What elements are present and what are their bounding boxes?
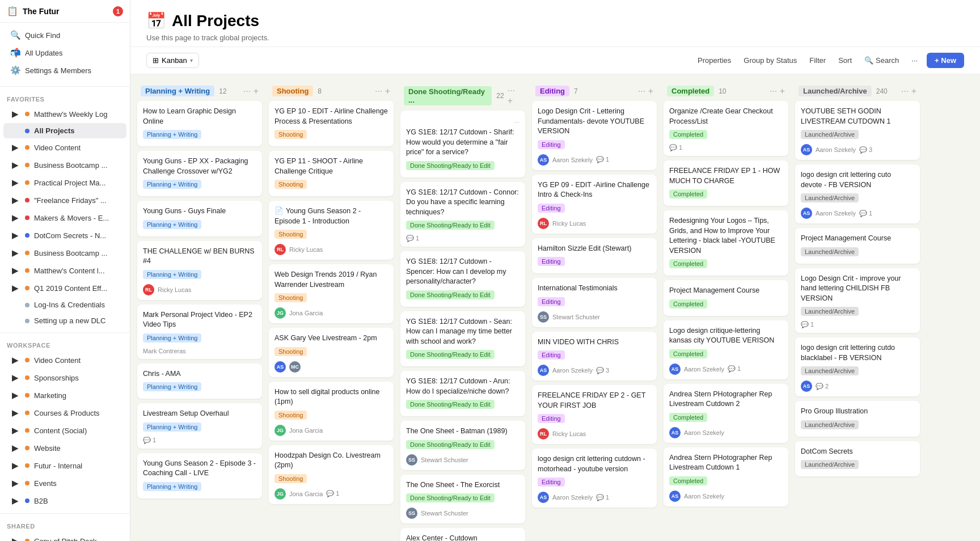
card-seth-godin[interactable]: YOUTUBE SETH GODIN LIVESTREAM CUTDOWN 1 … (795, 101, 920, 160)
card-meta: AS Aaron Szekely 💬 1 (801, 208, 914, 219)
dot-indicator (25, 411, 29, 415)
sidebar-item-all-projects[interactable]: All Projects (3, 123, 126, 138)
sidebar-item-q1[interactable]: ▶ Q1 2019 Content Eff... (3, 280, 126, 297)
card-project-mgmt[interactable]: Project Management Course Completed (664, 280, 788, 316)
column-actions-completed[interactable]: ··· + (770, 86, 785, 96)
group-by-button[interactable]: Group by Status (740, 54, 800, 67)
card-childish-fb[interactable]: Logo Design Crit - improve your hand let… (795, 268, 920, 333)
sidebar-item-weekly-log[interactable]: ▶ Matthew's Weekly Log (3, 105, 126, 122)
card-logo-devote-fb[interactable]: logo design crit lettering cuto devote -… (795, 164, 920, 223)
sidebar-item-ws-social[interactable]: ▶ Content (Social) (3, 422, 126, 439)
more-options-button[interactable]: ··· (908, 54, 921, 67)
sidebar-item-label: Sponsorships (34, 374, 120, 382)
card-logo-kansas[interactable]: Logo design critique-lettering kansas ci… (664, 320, 788, 379)
card-meta: SS Stewart Schuster (406, 454, 519, 466)
card-yg-s2-ep1[interactable]: 📄Young Guns Season 2 - Episode 1 - Intro… (269, 201, 394, 260)
card-connor-cutdown[interactable]: YG S1E8: 12/17 Cutdown - Connor: Do you … (400, 182, 525, 247)
sidebar-item-ws-events[interactable]: ▶ Events (3, 475, 126, 492)
card-batman[interactable]: The One Sheet - Batman (1989) Done Shoot… (400, 421, 525, 470)
sidebar-item-video-content[interactable]: ▶ Video Content (3, 139, 126, 156)
card-title: logo design crit lettering cuto devote -… (801, 170, 914, 190)
column-actions-planning[interactable]: ··· + (243, 86, 259, 96)
card-yg-ep11[interactable]: YG EP 11 - SHOOT - Airline Challenge Cri… (269, 151, 394, 196)
sidebar-item-ws-website[interactable]: ▶ Website (3, 439, 126, 457)
sidebar-item-dotcom[interactable]: ▶ DotCom Secrets - N... (3, 227, 126, 244)
card-yg-ep10[interactable]: YG EP 10 - EDIT - Airline Challenge Proc… (269, 101, 394, 146)
card-arun-cutdown[interactable]: YG S1E8: 12/17 Cutdown - Arun: How do I … (400, 371, 525, 416)
properties-button[interactable]: Properties (694, 54, 734, 67)
card-spencer-cutdown[interactable]: YG S1E8: 12/17 Cutdown - Spencer: How ca… (400, 251, 525, 307)
card-intl-testimonials[interactable]: International Testimonials Editing SS St… (532, 278, 657, 327)
sidebar-item-biz-bootcamp[interactable]: ▶ Business Bootcamp ... (3, 157, 126, 174)
column-actions-launched[interactable]: ··· + (901, 86, 916, 96)
sidebar-item-matthews-content[interactable]: ▶ Matthew's Content l... (3, 262, 126, 279)
column-actions-done[interactable]: ··· + (508, 86, 522, 106)
sidebar-item-makers[interactable]: ▶ Makers & Movers - E... (3, 209, 126, 226)
user-name: Aaron Szekely (684, 429, 724, 436)
column-actions-editing[interactable]: ··· + (638, 86, 653, 96)
card-yg-packaging[interactable]: Young Guns - EP XX - Packaging Challenge… (137, 151, 262, 196)
card-min-video[interactable]: MIN VIDEO WITH CHRIS Editing AS Aaron Sz… (532, 332, 657, 381)
sidebar-item-practical[interactable]: ▶ Practical Project Ma... (3, 174, 126, 191)
card-freelance-friday-ep2[interactable]: FREELANCE FRIDAY EP 2 - GET YOUR FIRST J… (532, 385, 657, 444)
comment-count: 💬 3 (596, 367, 609, 374)
column-actions-shooting[interactable]: ··· + (375, 86, 390, 96)
card-blacklabel-fb[interactable]: logo design crit lettering cutdo blackla… (795, 337, 920, 396)
card-logo-lettering[interactable]: Logo Design Crit - Lettering Fundamental… (532, 101, 657, 170)
card-digital-products[interactable]: How to sell digital products online (1pm… (269, 382, 394, 441)
card-sharif-cutdown[interactable]: ··· YG S1E8: 12/17 Cutdown - Sharif: How… (400, 111, 525, 177)
card-freelance-friday-ep1[interactable]: FREELANCE FRIDAY EP 1 - HOW MUCH TO CHAR… (664, 160, 788, 206)
sidebar-item-ws-b2b[interactable]: ▶ B2B (3, 492, 126, 509)
card-yg-ep09[interactable]: YG EP 09 - EDIT -Airline Challenge Intro… (532, 175, 657, 234)
card-project-mgmt-launched[interactable]: Project Management Course Launched/Archi… (795, 228, 920, 264)
card-ask-gary[interactable]: ASK Gary Vee Livestream - 2pm Shooting A… (269, 328, 394, 377)
sort-button[interactable]: Sort (835, 54, 855, 67)
card-exorcist[interactable]: The One Sheet - The Exorcist Done Shooti… (400, 475, 525, 524)
card-logo-motorhead[interactable]: logo design crit lettering cutdown - mot… (532, 449, 657, 508)
card-redesigning-logos[interactable]: Redesigning Your Logos – Tips, Grids, an… (664, 210, 788, 276)
card-pro-group-illustration[interactable]: Pro Group Illustration Launched/Archive (795, 401, 920, 437)
sidebar-item-ws-courses[interactable]: ▶ Courses & Products (3, 404, 126, 421)
comment-count: 💬 1 (859, 210, 872, 217)
sidebar-item-ws-sponsorships[interactable]: ▶ Sponsorships (3, 369, 126, 386)
card-alex-center[interactable]: Alex Center - Cutdown Done Shooting/Read… (400, 528, 525, 541)
card-graphic-design[interactable]: How to Learn Graphic Design Online Plann… (137, 101, 262, 146)
sidebar-item-sh-pitch[interactable]: ▶ Copy of Pitch Deck (3, 532, 126, 541)
card-yg-s2-ep3[interactable]: Young Guns Season 2 - Episode 3 - Coachi… (137, 453, 262, 498)
card-tag: Done Shooting/Ready to Edit (406, 350, 495, 359)
filter-button[interactable]: Filter (806, 54, 829, 67)
new-button[interactable]: + New (927, 53, 964, 68)
card-chris-ama[interactable]: Chris - AMA Planning + Writing (137, 364, 262, 399)
card-tag: Shooting (274, 347, 307, 356)
kanban-view-button[interactable]: ⊞ Kanban ▾ (146, 53, 199, 68)
card-title: YG S1E8: 12/17 Cutdown - Sean: How can I… (406, 317, 519, 347)
sidebar-item-label: Video Content (34, 356, 120, 365)
sidebar-item-freelance[interactable]: ▶ "Freelance Fridays" ... (3, 192, 126, 209)
sidebar-item-ws-marketing[interactable]: ▶ Marketing (3, 387, 126, 404)
sidebar-item-quick-find[interactable]: 🔍 Quick Find (3, 27, 126, 44)
card-web-design-trends[interactable]: Web Design Trends 2019 / Ryan Warrender … (269, 264, 394, 323)
sidebar-item-all-updates[interactable]: 📬 All Updates (3, 44, 126, 61)
card-sean-cutdown[interactable]: YG S1E8: 12/17 Cutdown - Sean: How can I… (400, 311, 525, 367)
sidebar-item-setting-dlc[interactable]: Setting up a new DLC (3, 313, 126, 328)
card-andrea-cutdown2[interactable]: Andrea Stern PHotographer Rep Livestream… (664, 384, 788, 443)
card-ben-burns[interactable]: THE CHALLENGE w/ BEN BURNS #4 Planning +… (137, 241, 262, 300)
sidebar-item-settings[interactable]: ⚙️ Settings & Members (3, 62, 126, 79)
card-andrea-cutdown1[interactable]: Andrea Stern PHotographer Rep Livestream… (664, 447, 788, 506)
expand-icon: ▶ (10, 230, 20, 240)
card-livestream-setup[interactable]: Livestream Setup Overhaul Planning + Wri… (137, 403, 262, 449)
sidebar-item-biz2[interactable]: ▶ Business Bootcamp ... (3, 244, 126, 261)
card-gear-checkout[interactable]: Organize /Create Gear Checkout Process/L… (664, 101, 788, 156)
workspace-list: ▶ Video Content ▶ Sponsorships ▶ Marketi… (0, 351, 130, 510)
card-yg-guys-finale[interactable]: Young Guns - Guys Finale Planning + Writ… (137, 201, 262, 236)
sidebar-item-ws-internal[interactable]: ▶ Futur - Internal (3, 457, 126, 474)
sidebar-item-logins[interactable]: Log-Ins & Credentials (3, 297, 126, 312)
card-dotcom-secrets[interactable]: DotCom Secrets Launched/Archive (795, 441, 920, 477)
more-icon[interactable]: ··· (514, 119, 519, 125)
card-mark-video[interactable]: Mark Personal Project Video - EP2 Video … (137, 305, 262, 359)
card-hamilton[interactable]: Hamilton Sizzle Edit (Stewart) Editing (532, 238, 657, 274)
card-meta: AS Aaron Szekely 💬 1 (669, 364, 783, 375)
card-hoodzpah[interactable]: Hoodzpah Design Co. Livestream (2pm) Sho… (269, 445, 394, 504)
search-button[interactable]: 🔍 Search (861, 54, 902, 67)
sidebar-item-ws-video[interactable]: ▶ Video Content (3, 352, 126, 369)
